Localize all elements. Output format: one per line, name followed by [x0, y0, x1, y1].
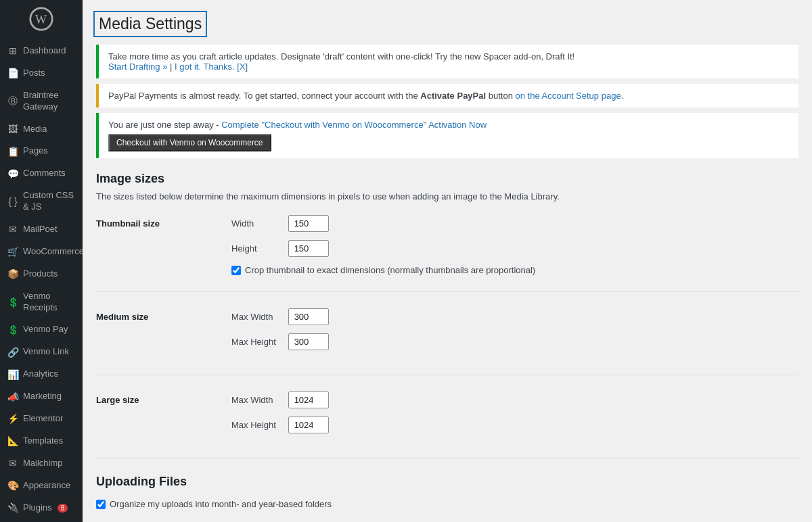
venmo-receipts-icon: 💲: [7, 297, 19, 308]
custom-css-icon: { }: [7, 196, 19, 207]
sidebar-item-pages[interactable]: 📋 Pages: [0, 140, 83, 162]
sidebar-item-appearance[interactable]: 🎨 Appearance: [0, 475, 83, 497]
medium-max-width-input[interactable]: [288, 308, 329, 325]
image-sizes-title: Image sizes: [96, 172, 798, 186]
thumbnail-fields: Width Height Crop thumbnail to exact dim…: [231, 215, 798, 275]
draft-notice: Take more time as you craft article upda…: [96, 45, 798, 78]
sidebar-item-label: Media: [23, 124, 47, 135]
dashboard-icon: ⊞: [7, 45, 19, 56]
thumbnail-height-input[interactable]: [288, 240, 329, 257]
elementor-icon: ⚡: [7, 413, 19, 424]
mailchimp-icon: ✉: [7, 458, 19, 469]
large-max-height-input[interactable]: [288, 417, 329, 433]
sidebar-item-label: Posts: [23, 68, 45, 79]
paypal-notice-text: PayPal Payments is almost ready. To get …: [108, 91, 515, 101]
medium-max-width-label: Max Width: [231, 312, 286, 322]
got-it-link[interactable]: I got it. Thanks. [X]: [175, 62, 248, 72]
sidebar-item-templates[interactable]: 📐 Templates: [0, 430, 83, 452]
sidebar-item-woocommerce[interactable]: 🛒 WooCommerce: [0, 241, 83, 263]
sidebar-item-label: Venmo Receipts: [23, 291, 76, 314]
sidebar-item-label: Braintree Gateway: [23, 90, 76, 113]
medium-max-width-group: Max Width: [231, 308, 798, 325]
large-max-height-group: Max Height: [231, 417, 798, 433]
medium-max-height-input[interactable]: [288, 333, 329, 350]
large-max-width-group: Max Width: [231, 392, 798, 408]
braintree-icon: Ⓑ: [7, 95, 19, 108]
comments-icon: 💬: [7, 168, 19, 179]
draft-notice-text: Take more time as you craft article upda…: [108, 51, 574, 62]
sidebar-item-braintree[interactable]: Ⓑ Braintree Gateway: [0, 85, 83, 118]
sidebar-item-marketing[interactable]: 📣 Marketing: [0, 385, 83, 408]
products-icon: 📦: [7, 268, 19, 279]
sidebar-item-posts[interactable]: 📄 Posts: [0, 62, 83, 85]
thumbnail-crop-checkbox[interactable]: [231, 266, 241, 275]
sidebar-item-elementor[interactable]: ⚡ Elementor: [0, 408, 83, 430]
sidebar-item-label: MailPoet: [23, 224, 58, 235]
sidebar-item-plugins[interactable]: 🔌 Plugins 8: [0, 497, 83, 519]
svg-text:W: W: [35, 13, 47, 26]
media-icon: 🖼: [7, 124, 19, 135]
large-max-width-input[interactable]: [288, 392, 329, 408]
posts-icon: 📄: [7, 68, 19, 78]
mailpoet-icon: ✉: [7, 224, 19, 235]
venmo-activation-link[interactable]: Complete "Checkout with Venmo on Woocomm…: [221, 120, 487, 130]
paypal-setup-link[interactable]: on the Account Setup page: [515, 91, 621, 101]
large-max-width-label: Max Width: [231, 395, 286, 405]
venmo-notice: You are just one step away - Complete "C…: [96, 113, 798, 158]
thumbnail-height-label: Height: [231, 243, 286, 254]
venmo-notice-text: You are just one step away -: [108, 120, 221, 130]
thumbnail-width-label: Width: [231, 218, 286, 229]
sidebar-item-label: WooCommerce: [23, 246, 83, 258]
venmo-pay-icon: 💲: [7, 325, 19, 335]
sidebar-item-label: Products: [23, 268, 58, 280]
paypal-notice: PayPal Payments is almost ready. To get …: [96, 84, 798, 108]
thumbnail-width-input[interactable]: [288, 215, 329, 232]
sidebar-item-analytics[interactable]: 📊 Analytics: [0, 363, 83, 385]
sidebar-item-label: Analytics: [23, 369, 58, 380]
plugins-icon: 🔌: [7, 502, 19, 513]
medium-max-height-group: Max Height: [231, 333, 798, 350]
large-fields: Max Width Max Height: [231, 392, 798, 442]
thumbnail-height-group: Height: [231, 240, 798, 257]
sidebar-item-label: Plugins: [23, 502, 52, 514]
sidebar-item-label: Comments: [23, 168, 66, 179]
thumbnail-width-group: Width: [231, 215, 798, 232]
analytics-icon: 📊: [7, 369, 19, 380]
sidebar-item-venmo-receipts[interactable]: 💲 Venmo Receipts: [0, 285, 83, 319]
sidebar-item-label: Elementor: [23, 413, 63, 425]
organize-uploads-checkbox[interactable]: [96, 500, 106, 509]
wp-logo: W: [0, 0, 83, 40]
sidebar-item-label: Marketing: [23, 391, 62, 402]
sidebar-item-comments[interactable]: 💬 Comments: [0, 162, 83, 185]
thumbnail-crop-label: Crop thumbnail to exact dimensions (norm…: [245, 265, 535, 275]
sidebar-item-media[interactable]: 🖼 Media: [0, 118, 83, 141]
venmo-checkout-button[interactable]: Checkout with Venmo on Woocommerce: [108, 134, 271, 151]
sidebar-item-users[interactable]: 👤 Users: [0, 519, 83, 522]
thumbnail-size-row: Thumbnail size Width Height Crop thumbna…: [96, 215, 798, 275]
appearance-icon: 🎨: [7, 480, 19, 491]
sidebar-item-products[interactable]: 📦 Products: [0, 263, 83, 285]
sidebar-item-label: Mailchimp: [23, 458, 63, 469]
organize-uploads-label: Organize my uploads into month- and year…: [110, 499, 332, 509]
page-title: Media Settings: [96, 14, 204, 34]
sidebar-item-custom-css[interactable]: { } Custom CSS & JS: [0, 185, 83, 218]
plugins-badge: 8: [58, 504, 68, 513]
start-drafting-link[interactable]: Start Drafting »: [108, 62, 167, 72]
marketing-icon: 📣: [7, 392, 19, 402]
image-sizes-desc: The sizes listed below determine the max…: [96, 191, 798, 201]
sidebar-item-mailchimp[interactable]: ✉ Mailchimp: [0, 452, 83, 475]
sidebar-item-dashboard[interactable]: ⊞ Dashboard: [0, 40, 83, 62]
sidebar-item-label: Custom CSS & JS: [23, 190, 76, 213]
sidebar-item-venmo-link[interactable]: 🔗 Venmo Link: [0, 341, 83, 363]
templates-icon: 📐: [7, 435, 19, 446]
sidebar-item-mailpoet[interactable]: ✉ MailPoet: [0, 218, 83, 241]
sidebar-item-label: Venmo Pay: [23, 324, 68, 335]
sidebar-item-label: Templates: [23, 435, 63, 447]
sidebar-item-venmo-pay[interactable]: 💲 Venmo Pay: [0, 318, 83, 341]
large-max-height-label: Max Height: [231, 420, 286, 430]
organize-uploads-row: Organize my uploads into month- and year…: [96, 499, 798, 509]
venmo-link-icon: 🔗: [7, 347, 19, 358]
sidebar-item-label: Appearance: [23, 480, 70, 492]
woocommerce-icon: 🛒: [7, 246, 19, 257]
sidebar: W ⊞ Dashboard 📄 Posts Ⓑ Braintree Gatewa…: [0, 0, 83, 522]
